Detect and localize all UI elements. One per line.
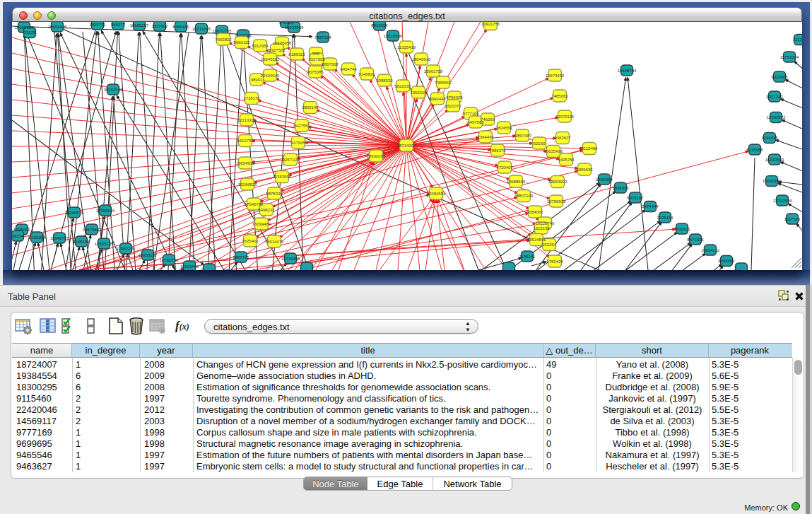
svg-text:5878334: 5878334	[266, 192, 283, 196]
svg-text:1783426: 1783426	[546, 259, 563, 264]
svg-text:9329906: 9329906	[771, 75, 788, 79]
svg-text:22420046: 22420046	[261, 74, 280, 78]
svg-text:10921756: 10921756	[481, 22, 500, 26]
svg-text:11156829: 11156829	[28, 235, 46, 240]
svg-text:940551: 940551	[279, 22, 294, 25]
svg-text:1136141: 1136141	[519, 255, 536, 259]
svg-text:10807487: 10807487	[513, 134, 532, 138]
svg-text:5938915: 5938915	[612, 186, 629, 190]
svg-text:9857771: 9857771	[233, 255, 249, 259]
svg-text:1621072: 1621072	[445, 104, 461, 108]
svg-text:252254: 252254	[542, 243, 557, 247]
svg-text:8215955: 8215955	[746, 148, 763, 152]
svg-text:5822037: 5822037	[394, 84, 411, 88]
svg-text:1527602: 1527602	[151, 24, 168, 28]
svg-text:5335061: 5335061	[13, 228, 30, 232]
svg-text:18640910: 18640910	[412, 57, 431, 62]
svg-text:6899695: 6899695	[576, 168, 593, 172]
svg-text:1903771: 1903771	[89, 23, 106, 27]
svg-text:8186323: 8186323	[288, 52, 305, 57]
svg-text:18300295: 18300295	[367, 154, 386, 158]
svg-text:11325419: 11325419	[397, 45, 416, 49]
svg-text:7663822: 7663822	[215, 37, 232, 42]
svg-text:12942757: 12942757	[50, 236, 69, 240]
svg-text:10958107: 10958107	[139, 253, 158, 257]
svg-text:16671355: 16671355	[213, 29, 232, 33]
svg-text:9146821: 9146821	[358, 72, 375, 76]
svg-text:17957225: 17957225	[117, 247, 136, 251]
svg-text:7986372: 7986372	[489, 148, 506, 153]
svg-text:1145194: 1145194	[73, 240, 90, 244]
svg-text:15751074: 15751074	[780, 55, 799, 59]
svg-text:10654112: 10654112	[701, 248, 720, 252]
svg-text:9777109: 9777109	[462, 112, 479, 116]
svg-text:6479197: 6479197	[627, 196, 644, 200]
svg-text:16210643: 16210643	[765, 158, 784, 162]
svg-text:14914479: 14914479	[265, 240, 284, 244]
svg-text:7957224: 7957224	[314, 35, 331, 40]
svg-text:8912954: 8912954	[252, 44, 269, 48]
svg-text:20153346: 20153346	[104, 88, 123, 92]
svg-text:18807249: 18807249	[514, 194, 534, 198]
svg-text:19218506: 19218506	[384, 34, 403, 38]
svg-text:12093872: 12093872	[767, 115, 786, 119]
svg-text:15692991: 15692991	[763, 179, 782, 183]
svg-text:9084067: 9084067	[526, 210, 543, 214]
svg-text:17046786: 17046786	[245, 202, 264, 206]
svg-text:1615132: 1615132	[533, 226, 550, 230]
svg-text:10025438: 10025438	[544, 149, 563, 153]
svg-text:12975115: 12975115	[555, 115, 575, 119]
svg-text:10719155: 10719155	[192, 27, 211, 31]
svg-text:8813054: 8813054	[371, 23, 388, 28]
svg-text:8427552: 8427552	[293, 124, 310, 128]
svg-text:2867608: 2867608	[322, 62, 339, 66]
svg-text:2803144: 2803144	[302, 105, 319, 110]
svg-text:746266: 746266	[481, 117, 495, 122]
svg-text:5498222: 5498222	[258, 208, 275, 212]
svg-text:1588520: 1588520	[376, 78, 393, 83]
svg-text:16543382: 16543382	[261, 57, 280, 62]
svg-text:18724007: 18724007	[397, 144, 416, 148]
svg-text:13524851: 13524851	[527, 238, 546, 242]
svg-text:2935114: 2935114	[657, 216, 674, 220]
svg-text:19654923: 19654923	[548, 180, 567, 184]
svg-text:16782759: 16782759	[160, 258, 179, 262]
svg-text:5495784: 5495784	[558, 158, 575, 162]
svg-text:9115460: 9115460	[582, 146, 599, 151]
svg-text:17010504: 17010504	[773, 199, 792, 203]
svg-text:9327505: 9327505	[269, 48, 286, 52]
svg-text:39154: 39154	[12, 234, 24, 238]
svg-text:16961758: 16961758	[424, 69, 443, 74]
svg-text:8454749: 8454749	[340, 67, 357, 71]
svg-text:9463627: 9463627	[554, 136, 571, 140]
svg-text:62160: 62160	[534, 141, 546, 146]
svg-text:12213309: 12213309	[237, 118, 257, 122]
svg-text:546: 546	[312, 52, 320, 56]
svg-text:16033809: 16033809	[285, 25, 304, 30]
svg-text:111206: 111206	[793, 37, 802, 42]
svg-text:11923448: 11923448	[180, 264, 199, 269]
svg-text:7625402: 7625402	[242, 239, 259, 243]
svg-text:19384554: 19384554	[427, 192, 446, 196]
svg-text:7485063: 7485063	[551, 94, 568, 98]
svg-text:8660125: 8660125	[233, 40, 250, 45]
svg-text:17359924: 17359924	[96, 209, 115, 213]
svg-text:98901: 98901	[251, 78, 263, 82]
svg-text:14055724: 14055724	[15, 25, 34, 30]
svg-text:7632621: 7632621	[673, 227, 690, 231]
svg-text:6794028: 6794028	[446, 95, 463, 100]
svg-text:12505135: 12505135	[95, 242, 114, 246]
svg-text:9527505: 9527505	[308, 57, 325, 62]
svg-text:3824554: 3824554	[495, 126, 512, 130]
svg-text:10655287: 10655287	[130, 23, 149, 28]
svg-text:10688609: 10688609	[507, 180, 526, 184]
svg-text:3267110: 3267110	[283, 158, 300, 162]
svg-text:9227342: 9227342	[766, 95, 783, 99]
svg-text:19654935: 19654935	[236, 161, 255, 165]
svg-text:15226058: 15226058	[273, 41, 292, 45]
svg-text:7955812: 7955812	[435, 81, 452, 85]
svg-text:3675685: 3675685	[307, 70, 324, 74]
svg-text:966377: 966377	[111, 23, 126, 27]
svg-text:19975887: 19975887	[83, 228, 102, 232]
svg-text:13129: 13129	[24, 30, 36, 35]
